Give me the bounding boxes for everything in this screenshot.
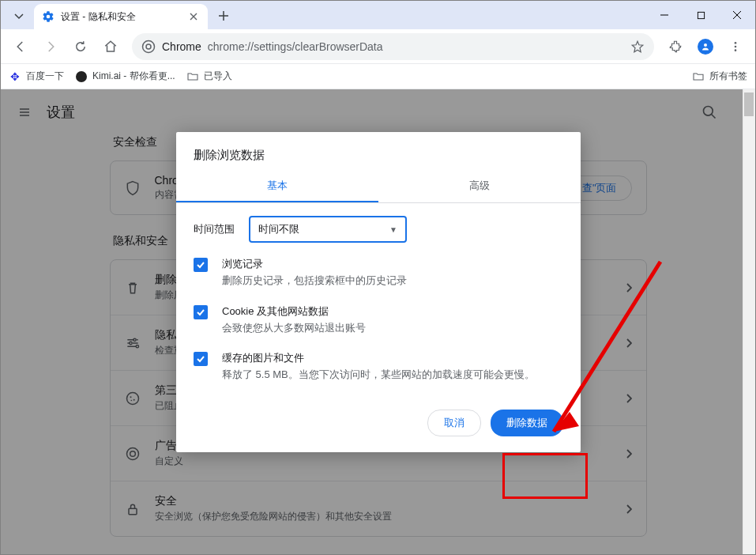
paw-icon: ✥ [9, 70, 21, 83]
option-browsing-history[interactable]: 浏览记录删除历史记录，包括搜索框中的历史记录 [194, 257, 563, 289]
browser-tab[interactable]: 设置 - 隐私和安全 [34, 4, 208, 29]
close-tab-button[interactable] [187, 10, 200, 23]
cancel-button[interactable]: 取消 [427, 410, 481, 436]
annotation-highlight-box [502, 453, 588, 499]
profile-button[interactable] [692, 33, 719, 60]
avatar-icon [698, 39, 713, 55]
window-titlebar: 设置 - 隐私和安全 [1, 1, 755, 29]
bookmark-item[interactable]: Kimi.ai - 帮你看更... [75, 70, 175, 83]
folder-icon [692, 70, 705, 83]
folder-icon [186, 70, 199, 83]
scrollbar-track[interactable] [743, 89, 755, 554]
home-button[interactable] [97, 33, 124, 60]
svg-point-3 [704, 43, 707, 47]
svg-rect-0 [698, 12, 704, 18]
svg-point-4 [735, 42, 737, 44]
time-range-label: 时间范围 [194, 222, 235, 236]
chevron-down-icon: ▼ [389, 225, 397, 234]
reload-button[interactable] [67, 33, 94, 60]
dialog-title: 删除浏览数据 [176, 132, 581, 169]
omnibox-prefix: Chrome [162, 40, 201, 53]
browser-toolbar: Chrome chrome://settings/clearBrowserDat… [1, 29, 755, 64]
omnibox-url: chrome://settings/clearBrowserData [208, 40, 630, 53]
bookmark-item[interactable]: ✥百度一下 [9, 70, 64, 83]
svg-point-5 [735, 45, 737, 47]
forward-button[interactable] [37, 33, 64, 60]
kimi-icon [75, 70, 88, 83]
checkbox-checked-icon[interactable] [194, 352, 208, 366]
checkbox-checked-icon[interactable] [194, 305, 208, 319]
svg-point-1 [143, 40, 155, 52]
maximize-button[interactable] [683, 1, 719, 29]
window-controls [646, 1, 755, 29]
new-tab-button[interactable] [213, 5, 235, 27]
address-bar[interactable]: Chrome chrome://settings/clearBrowserDat… [132, 33, 654, 60]
dialog-tabs: 基本 高级 [176, 169, 581, 203]
bookmarks-bar: ✥百度一下 Kimi.ai - 帮你看更... 已导入 所有书签 [1, 64, 755, 89]
gear-icon [42, 10, 55, 23]
tab-advanced[interactable]: 高级 [378, 169, 581, 202]
back-button[interactable] [7, 33, 34, 60]
option-cache[interactable]: 缓存的图片和文件释放了 5.5 MB。当您下次访问时，某些网站的加载速度可能会更… [194, 351, 563, 383]
all-bookmarks-button[interactable]: 所有书签 [692, 70, 747, 83]
close-window-button[interactable] [719, 1, 755, 29]
time-range-select[interactable]: 时间不限 ▼ [249, 216, 407, 243]
tab-basic[interactable]: 基本 [176, 169, 378, 202]
bookmark-star-icon[interactable] [630, 40, 645, 54]
tab-search-button[interactable] [6, 4, 32, 28]
menu-button[interactable] [722, 33, 749, 60]
confirm-delete-button[interactable]: 删除数据 [491, 410, 563, 436]
time-range-value: 时间不限 [258, 222, 299, 236]
minimize-button[interactable] [646, 1, 683, 29]
option-cookies[interactable]: Cookie 及其他网站数据会致使您从大多数网站退出账号 [194, 304, 563, 336]
extensions-button[interactable] [662, 33, 689, 60]
scrollbar-thumb[interactable] [744, 92, 754, 116]
checkbox-checked-icon[interactable] [194, 258, 208, 272]
svg-point-6 [735, 49, 737, 51]
chrome-icon [141, 40, 156, 54]
svg-point-2 [146, 44, 151, 49]
bookmark-folder[interactable]: 已导入 [186, 70, 232, 83]
clear-browsing-data-dialog: 删除浏览数据 基本 高级 时间范围 时间不限 ▼ 浏览记录删除历史记录，包括搜索… [176, 132, 581, 452]
tab-title: 设置 - 隐私和安全 [61, 10, 187, 24]
